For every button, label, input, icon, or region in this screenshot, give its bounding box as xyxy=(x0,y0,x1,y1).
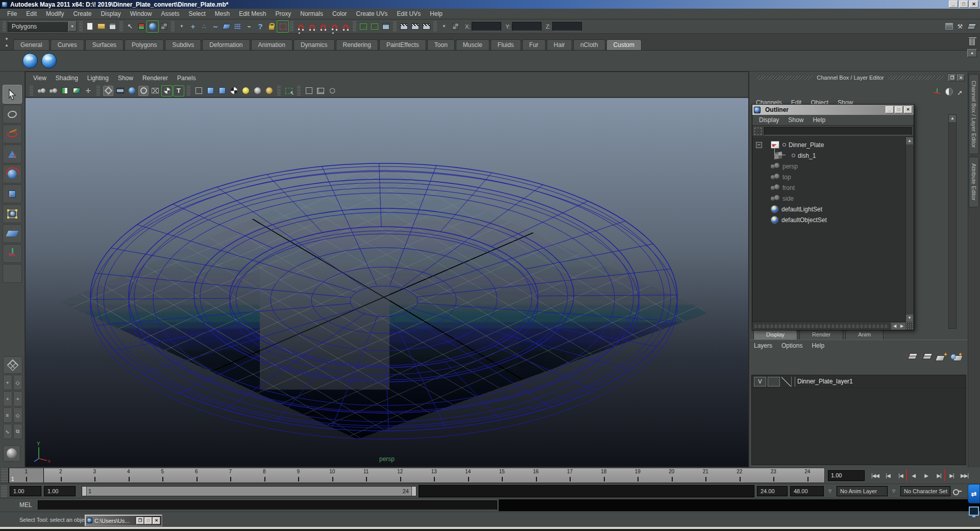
shelf-tab-surfaces[interactable]: Surfaces xyxy=(85,39,124,50)
scroll-down-icon[interactable]: ▼ xyxy=(906,315,913,322)
shelf-tab-subdivs[interactable]: Subdivs xyxy=(165,39,201,50)
toolbar-grip[interactable] xyxy=(433,21,437,32)
go-to-start-button[interactable] xyxy=(869,469,881,481)
menu-select[interactable]: Select xyxy=(184,9,210,18)
timeline-grip[interactable] xyxy=(1,469,8,482)
split-pane-layout-button[interactable]: ＋ xyxy=(13,391,22,406)
panel-menu-shading[interactable]: Shading xyxy=(51,74,83,83)
x-coordinate-input[interactable] xyxy=(472,22,501,31)
component-mode-icon[interactable] xyxy=(158,21,169,32)
animation-end-field[interactable]: 48.00 xyxy=(790,486,824,496)
minimize-button[interactable] xyxy=(949,1,958,8)
graph-editor-layout-button[interactable]: ∿ xyxy=(3,424,12,439)
snap-to-point-icon[interactable] xyxy=(317,21,329,32)
shelf-tab-general[interactable]: General xyxy=(13,39,50,50)
go-to-end-button[interactable] xyxy=(958,469,971,481)
input-connections-icon[interactable] xyxy=(358,21,369,32)
textured-display-icon[interactable] xyxy=(162,86,172,96)
outliner-title-bar[interactable]: Outliner xyxy=(752,105,914,115)
move-layer-up-icon[interactable] xyxy=(906,353,917,361)
hyperbolic-arrow-icon[interactable] xyxy=(957,88,963,97)
layer-tab-display[interactable]: Display xyxy=(753,330,797,340)
timeline-frame-24[interactable]: 24 xyxy=(791,468,825,482)
use-default-texture-icon[interactable] xyxy=(229,86,239,96)
minimized-explorer-window[interactable]: C:\Users\Us... xyxy=(85,515,162,526)
outliner-horizontal-scrollbar[interactable]: ◀ ▶ xyxy=(752,322,905,330)
title-bar[interactable]: Autodesk Maya 2011 x64: D:\! 2019\Dinner… xyxy=(0,0,980,9)
shelf-tab-painteffects[interactable]: PaintEffects xyxy=(379,39,426,50)
menu-edit[interactable]: Edit xyxy=(21,9,41,18)
scroll-up-icon[interactable] xyxy=(967,49,977,57)
shelf-tab-custom[interactable]: Custom xyxy=(606,39,642,50)
timeline-frame-17[interactable]: 17 xyxy=(553,468,587,482)
toolbar-grip[interactable] xyxy=(79,21,83,32)
select-surfaces-icon[interactable] xyxy=(221,21,232,32)
shelf-tab-deformation[interactable]: Deformation xyxy=(202,39,250,50)
menu-assets[interactable]: Assets xyxy=(156,9,184,18)
layer-color-swatch[interactable] xyxy=(781,377,792,387)
step-back-key-button[interactable] xyxy=(894,469,907,481)
timeline-frame-3[interactable]: 3 xyxy=(78,468,112,482)
rotate-tool-button[interactable] xyxy=(3,164,22,183)
ghost-cube-icon[interactable] xyxy=(304,86,314,96)
timeline-frame-22[interactable]: 22 xyxy=(723,468,757,482)
all-lights-icon[interactable] xyxy=(240,86,251,96)
step-forward-frame-button[interactable] xyxy=(945,469,958,481)
step-back-frame-button[interactable] xyxy=(881,469,894,481)
shelf-tab-curves[interactable]: Curves xyxy=(51,39,84,50)
menu-help[interactable]: Help xyxy=(425,9,447,18)
timeline-frame-19[interactable]: 19 xyxy=(621,468,655,482)
timeline-frame-23[interactable]: 23 xyxy=(756,468,791,482)
four-pane-layout-button[interactable]: ＋ xyxy=(3,375,12,390)
anim-layer-selector[interactable]: No Anim Layer xyxy=(837,486,888,496)
dock-drag-grip[interactable] xyxy=(888,76,944,80)
timeline-frame-16[interactable]: 16 xyxy=(519,468,553,482)
chevron-down-icon[interactable] xyxy=(438,21,450,32)
move-tool-button[interactable] xyxy=(3,144,22,163)
show-manipulator-tool-button[interactable] xyxy=(3,244,22,263)
menu-set-dropdown-icon[interactable] xyxy=(68,21,77,32)
scroll-right-icon[interactable]: ▶ xyxy=(898,323,905,330)
menu-proxy[interactable]: Proxy xyxy=(271,9,296,18)
lock-selection-icon[interactable] xyxy=(266,21,277,32)
persp-layout-button[interactable]: ◇ xyxy=(13,407,22,423)
mini-close-button[interactable] xyxy=(153,517,160,524)
layer-menu-options[interactable]: Options xyxy=(777,341,807,350)
outliner-resize-grip[interactable] xyxy=(905,322,914,330)
mini-restore-button[interactable] xyxy=(136,517,144,524)
hud-text-icon[interactable] xyxy=(174,86,184,96)
shelf-tab-toon[interactable]: Toon xyxy=(427,39,455,50)
layer-menu-layers[interactable]: Layers xyxy=(749,341,777,350)
snap-to-curve-icon[interactable] xyxy=(306,21,317,32)
custom-shelf-button-1[interactable] xyxy=(22,53,38,68)
select-curves-icon[interactable] xyxy=(210,21,221,32)
dock-close-button[interactable] xyxy=(957,75,965,81)
layer-playback-toggle[interactable] xyxy=(768,377,780,387)
show-layer-editor-icon[interactable] xyxy=(966,21,977,32)
render-settings-icon[interactable] xyxy=(421,21,432,32)
layer-tab-anim[interactable]: Anim xyxy=(845,330,884,340)
character-set-dropdown-icon[interactable] xyxy=(890,486,898,496)
render-current-frame-icon[interactable] xyxy=(398,21,409,32)
menu-set-selector[interactable]: Polygons xyxy=(8,21,68,32)
command-line-label[interactable]: MEL xyxy=(19,501,38,509)
dock-float-button[interactable] xyxy=(948,75,956,81)
playback-end-field[interactable]: 24.00 xyxy=(757,486,788,496)
toolbar-grip[interactable] xyxy=(290,21,293,32)
auto-keyframe-icon[interactable] xyxy=(952,487,962,496)
scroll-up-icon[interactable]: ▲ xyxy=(949,115,956,122)
monitor-overlay-icon[interactable] xyxy=(969,506,979,516)
timeline-frame-18[interactable]: 18 xyxy=(587,468,621,482)
select-tool-button[interactable] xyxy=(3,85,22,104)
outliner-item-dish-1[interactable]: dish_1 xyxy=(752,150,905,161)
default-material-icon[interactable] xyxy=(193,86,204,96)
camera-attributes-icon[interactable] xyxy=(48,86,58,96)
timeline-frame-11[interactable]: 11 xyxy=(349,468,383,482)
timeline-frame-12[interactable]: 12 xyxy=(383,468,418,482)
menu-create-uvs[interactable]: Create UVs xyxy=(352,9,393,18)
camera-select-icon[interactable] xyxy=(36,86,46,96)
shelf-tab-ncloth[interactable]: nCloth xyxy=(573,39,605,50)
shelf-tab-rendering[interactable]: Rendering xyxy=(336,39,378,50)
range-slider[interactable]: 1 24 xyxy=(82,486,416,496)
shelf-tab-fur[interactable]: Fur xyxy=(522,39,546,50)
